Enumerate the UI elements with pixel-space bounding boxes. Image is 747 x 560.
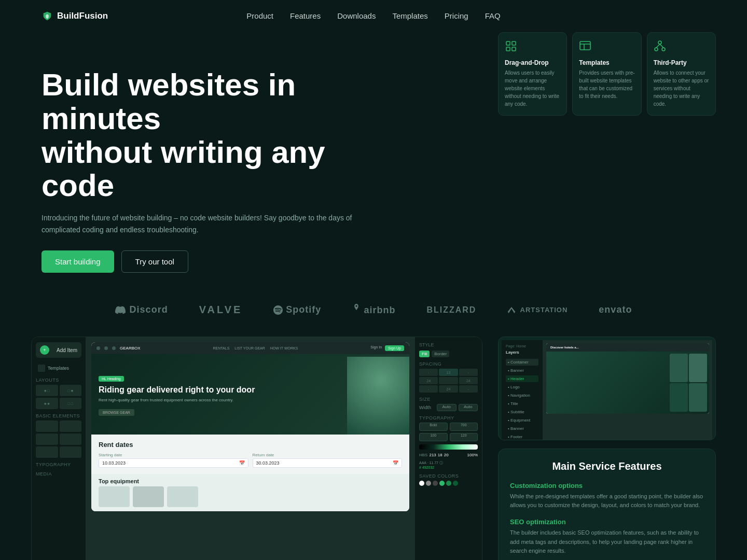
spacing-bot2[interactable]: 24 [439,385,458,393]
service-heading: Main Service Features [510,460,704,472]
brand-discord: Discord [115,304,168,315]
font-size[interactable]: 100 [419,433,448,441]
layers-list: • Container • Banner • Header • Logo • N… [506,359,538,440]
top-feature-cards: Drag-and-Drop Allows users to easily mov… [498,32,716,116]
nav-product[interactable]: Product [246,11,273,20]
canvas-person-image [347,357,409,435]
main-service-features: Main Service Features Customization opti… [498,449,716,560]
start-date-field: Starting date 10.03.2023 📅 [99,453,248,468]
nav-dot [104,346,108,350]
spacing-top[interactable]: - [419,369,438,376]
width-row: Width Auto Auto [419,404,478,411]
equipment-title: Top equipment [99,478,402,484]
layout-block-1[interactable]: ■ □ [36,385,58,396]
main-content: Build websites in minutes without writin… [0,32,747,560]
spacing-left[interactable]: 24 [419,377,438,384]
service-seo: SEO optimization The builder includes ba… [510,518,704,555]
nav-pricing[interactable]: Pricing [445,11,468,20]
templates-item[interactable]: Templates [36,363,81,373]
height-input[interactable]: Auto [459,404,478,411]
swatch-white[interactable] [419,481,424,486]
start-building-button[interactable]: Start building [42,250,114,273]
feature-card-drag-drop: Drag-and-Drop Allows users to easily mov… [498,32,567,116]
swatch-darkgreen[interactable] [446,481,451,486]
font-weight[interactable]: 700 [450,423,478,431]
swatch-deepgreen[interactable] [453,481,458,486]
width-input[interactable]: Auto [437,404,457,411]
hero-subtext: Introducing the future of website buildi… [42,212,353,236]
canvas-equipment-section: Top equipment [91,474,409,511]
swatch-green[interactable] [439,481,445,486]
style-controls: Fill Border [419,351,478,357]
nav-downloads[interactable]: Downloads [337,11,376,20]
mini-img-4 [689,383,707,412]
equipment-item-1 [99,486,130,507]
hero-headline: Build websites in minutes without writin… [42,68,353,203]
line-height[interactable]: 120 [450,433,478,441]
end-date-field: Return date 30.03.2023 📅 [253,453,403,468]
end-date-value[interactable]: 30.03.2023 📅 [253,458,403,468]
spacing-right[interactable]: - [459,369,478,376]
add-item-label: Add Item [57,347,77,353]
hex-value: AAA · 11.77 ⓘ [419,460,478,466]
element-block-4[interactable] [60,433,82,445]
canvas-rent-title: Rent dates [99,441,402,449]
builder-and-features: + Add Item Templates Layouts ■ □ □ ■ ■ ■… [0,337,747,560]
feature-card-third-party: Third-Party Allows to connect your websi… [647,32,716,116]
third-party-icon [654,40,709,55]
element-block-5[interactable] [36,446,58,458]
border-tab[interactable]: Border [432,351,449,357]
color-picker-strip[interactable] [419,444,478,450]
layout-block-3[interactable]: ■ ■ [36,398,58,409]
nav-features[interactable]: Features [290,11,321,20]
logo-icon [42,10,53,22]
canvas-rent-section: Rent dates Starting date 10.03.2023 📅 R [91,435,409,474]
swatch-gray[interactable] [426,481,431,486]
spacing-bot3[interactable]: - [459,385,478,393]
builder-style-panel: Style Fill Border Spacing - 13 - 24 24 -… [414,337,482,560]
nav-templates[interactable]: Templates [392,11,427,20]
builder-left-sidebar: + Add Item Templates Layouts ■ □ □ ■ ■ ■… [32,337,86,560]
templates-icon [38,365,45,372]
layout-block-4[interactable]: □ □ [60,398,82,409]
layouts-section: Layouts [36,377,81,383]
logo: BuildFusion [42,10,108,22]
builder-page-header: + Add Item [36,342,81,358]
element-block-6[interactable] [60,446,82,458]
mini-img-2 [689,354,707,382]
equipment-item-3 [167,486,198,507]
spacing-right2[interactable]: 24 [459,377,478,384]
spacing-mid[interactable]: 13 [439,369,458,376]
start-date-value[interactable]: 10.03.2023 📅 [99,458,248,468]
media-section: Media [36,471,81,477]
element-block-3[interactable] [36,433,58,445]
color-swatches [419,481,478,486]
canvas-auth-btns: Sign In Sign Up [370,345,404,351]
saved-colors-label: Saved colors [419,473,478,479]
spacing-grid: - 13 - 24 24 - 24 - [419,369,478,393]
layout-block-2[interactable]: □ ■ [60,385,82,396]
browse-gear-btn[interactable]: BROWSE GEAR [99,409,134,416]
canvas-site-preview: GEARBOX RENTALS LIST YOUR GEAR HOW IT WO… [91,342,409,511]
canvas-hero: HL Heading Riding gear delivered right t… [91,354,409,435]
element-blocks [36,421,81,458]
brand-blizzard: BLIZZARD [426,305,476,315]
spacing-bot[interactable]: - [419,385,438,393]
brand-logos: Discord VALVE Spotify airbnb BLIZZARD AR… [0,283,747,337]
mini-nav: Discover hotels a... [546,343,709,352]
svg-line-11 [660,44,663,48]
swatch-dark[interactable] [433,481,438,486]
canvas-nav: GEARBOX RENTALS LIST YOUR GEAR HOW IT WO… [91,342,409,354]
fill-tab[interactable]: Fill [419,351,430,357]
element-block-1[interactable] [36,421,58,432]
element-block-2[interactable] [60,421,82,432]
nav-dot [112,346,116,350]
svg-point-8 [655,48,658,51]
svg-rect-3 [512,47,516,51]
mini-images [668,352,709,414]
font-family[interactable]: Bold [419,423,448,431]
svg-line-10 [656,44,660,48]
try-tool-button[interactable]: Try our tool [121,250,188,273]
elements-section: Basic Elements [36,413,81,418]
nav-faq[interactable]: FAQ [485,11,501,20]
